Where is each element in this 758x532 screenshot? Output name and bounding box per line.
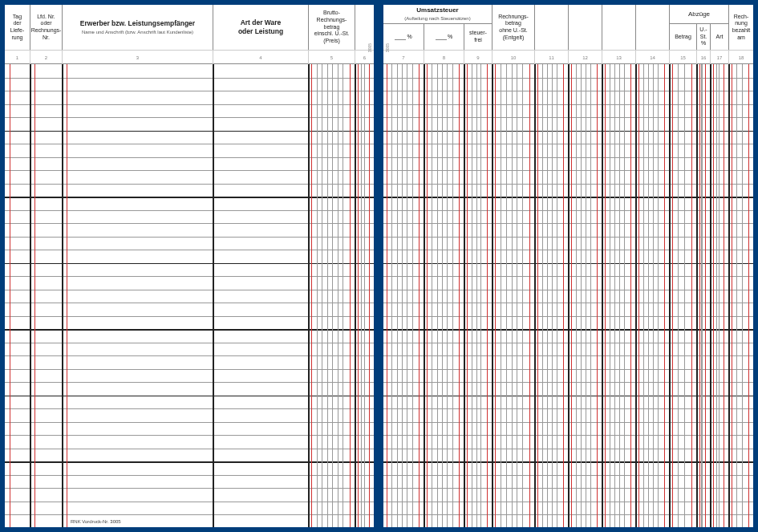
col-header-11 [534,5,568,50]
col-num-7: 7 [383,51,424,65]
col-header-14 [635,5,669,50]
ledger-page-left: TagderLiefe-rungLfd. Nr.oderRechnungs-Nr… [5,5,374,527]
col-num-1: 1 [5,51,30,65]
col-header-10: Rechnungs-betragohne U.-St.(Entgelt) [492,5,534,50]
col-num-11: 11 [534,51,568,65]
col-num-9: 9 [464,51,492,65]
group-umsatzsteuer: Umsatzsteuer(Aufteilung nach Steuersätze… [383,5,492,24]
col-header-13 [602,5,635,50]
col-num-4: 4 [213,51,308,65]
col-num-8: 8 [424,51,464,65]
ledger-page-right: Umsatzsteuer(Aufteilung nach Steuersätze… [383,5,753,527]
col-num-18: 18 [728,51,753,65]
col-num-16: 16 [696,51,710,65]
col-num-2: 2 [30,51,62,65]
col-header-1: TagderLiefe-rung [5,5,30,50]
form-number: RNK Vordruck-Nr. 3005 [71,519,121,524]
col-num-5: 5 [308,51,355,65]
col-header-18: Rech-nungbezahltam [728,5,753,50]
col-num-17: 17 [710,51,728,65]
col-header-12 [568,5,602,50]
col-header-2: Lfd. Nr.oderRechnungs-Nr. [30,5,62,50]
col-num-14: 14 [635,51,669,65]
col-header-15: Betrag [669,24,696,50]
col-header-8: % [424,24,464,50]
col-header-9: steuer-frei [464,24,492,50]
col-num-3: 3 [62,51,213,65]
col-num-13: 13 [602,51,635,65]
col-header-17: Art [710,24,728,50]
col-header-3: Erwerber bzw. LeistungsempfängerName und… [62,5,213,50]
side-label-left: 3005 [367,43,372,52]
header-left: TagderLiefe-rungLfd. Nr.oderRechnungs-Nr… [5,5,374,64]
group-abzuge: Abzüge [669,5,728,24]
col-header-5: Brutto-Rechnungs-betrageinschl. U.-St.(P… [308,5,355,50]
col-header-16: U.-St.% [696,24,710,50]
side-label-right: 3005 [385,43,390,52]
grid-left [5,64,374,527]
col-num-15: 15 [669,51,696,65]
col-num-10: 10 [492,51,534,65]
header-right: Umsatzsteuer(Aufteilung nach Steuersätze… [383,5,753,64]
col-num-12: 12 [568,51,602,65]
grid-right [383,64,753,527]
col-num-6: 6 [355,51,374,65]
col-header-4: Art der Wareoder Leistung [213,5,308,50]
